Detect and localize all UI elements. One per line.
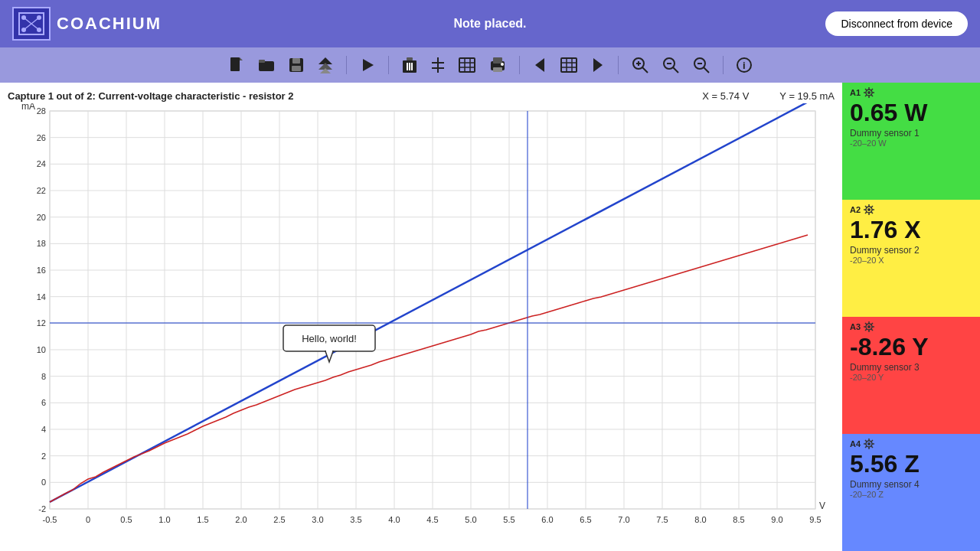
sensor-name-a1: Dummy sensor 1: [850, 128, 972, 139]
toolbar: i: [0, 47, 980, 83]
sensor-header-a4: A4: [850, 439, 972, 449]
svg-text:2.5: 2.5: [273, 515, 285, 524]
chart-svg[interactable]: 28 26 24 22 20 18 16 14 12 10 8 6 4 2 0 …: [8, 103, 835, 533]
svg-line-164: [865, 329, 867, 331]
table-icon[interactable]: [455, 54, 479, 76]
logo-area: COACHIUM: [12, 7, 162, 41]
svg-line-143: [871, 89, 873, 90]
svg-marker-35: [535, 58, 544, 72]
zoom-fit-icon[interactable]: [658, 54, 683, 77]
sensor-header-a3: A3: [850, 321, 972, 332]
toolbar-separator-2: [388, 56, 389, 74]
svg-rect-10: [259, 60, 265, 63]
svg-rect-36: [561, 58, 577, 72]
sensor-header-a2: A2: [850, 204, 972, 215]
play-icon[interactable]: [356, 54, 379, 76]
sensor-panel: A1 0.65 W Dummy: [842, 83, 980, 551]
svg-line-162: [871, 329, 873, 331]
svg-text:20: 20: [37, 213, 46, 222]
zoom-out-icon[interactable]: [689, 54, 714, 77]
svg-text:2: 2: [41, 452, 46, 461]
svg-text:5.5: 5.5: [503, 515, 514, 524]
sensor-name-a2: Dummy sensor 2: [850, 245, 972, 256]
header-status: Note placed.: [453, 17, 526, 31]
svg-line-144: [865, 95, 867, 96]
svg-line-151: [865, 206, 867, 207]
svg-text:0: 0: [41, 478, 46, 487]
zoom-in-icon[interactable]: [628, 54, 652, 77]
svg-marker-17: [363, 59, 374, 71]
sensor-id-a1: A1: [850, 88, 861, 97]
svg-marker-8: [240, 57, 243, 60]
svg-line-174: [865, 446, 867, 448]
delete-icon[interactable]: [398, 54, 421, 77]
toolbar-separator-4: [618, 56, 619, 74]
svg-text:22: 22: [37, 186, 46, 195]
sensor-value-a1: 0.65 W: [850, 99, 972, 126]
svg-point-136: [867, 91, 871, 94]
svg-text:4.0: 4.0: [388, 515, 400, 524]
logo-box: [12, 7, 51, 41]
svg-text:8: 8: [41, 372, 46, 381]
svg-text:24: 24: [37, 159, 46, 168]
sensor-gear-icon-a4[interactable]: [864, 439, 874, 449]
sensor-name-a3: Dummy sensor 3: [850, 362, 972, 373]
svg-rect-33: [493, 67, 502, 72]
save-icon[interactable]: [285, 54, 308, 76]
sensor-id-a2: A2: [850, 205, 861, 214]
export-icon[interactable]: [485, 54, 510, 77]
open-file-icon[interactable]: [254, 54, 279, 76]
svg-text:-2: -2: [38, 504, 46, 514]
svg-text:18: 18: [37, 239, 46, 248]
svg-text:8.0: 8.0: [694, 515, 706, 524]
svg-rect-19: [407, 57, 413, 60]
sensor-range-a2: -20–20 X: [850, 256, 972, 265]
sensor-gear-icon-a1[interactable]: [864, 87, 874, 98]
y-coord: Y = 19.5 mA: [779, 90, 835, 102]
svg-text:12: 12: [37, 318, 46, 328]
svg-line-171: [865, 440, 867, 442]
sensor-range-a1: -20–20 W: [850, 139, 972, 148]
sensor-name-a4: Dummy sensor 4: [850, 479, 972, 490]
sensor-range-a3: -20–20 Y: [850, 373, 972, 382]
drive-icon[interactable]: [314, 54, 337, 77]
svg-rect-32: [493, 57, 502, 64]
captures-grid-icon[interactable]: [557, 54, 581, 76]
new-file-icon[interactable]: [225, 54, 248, 77]
sensor-range-a4: -20–20 Z: [850, 490, 972, 499]
svg-text:6: 6: [41, 398, 46, 407]
svg-line-152: [871, 212, 873, 214]
svg-text:26: 26: [37, 133, 46, 142]
chart-area: Capture 1 out of 2: Current-voltage char…: [0, 83, 842, 551]
chart-coords: X = 5.74 V Y = 19.5 mA: [702, 90, 835, 102]
svg-point-146: [867, 208, 871, 211]
sensor-card-a4: A4 5.56 Z Dummy sensor 4 -20–20 Z: [842, 434, 980, 551]
svg-text:i: i: [743, 60, 746, 71]
sensor-id-a3: A3: [850, 322, 861, 331]
info-icon[interactable]: i: [733, 54, 756, 77]
svg-text:3.5: 3.5: [350, 515, 361, 524]
sensor-value-a2: 1.76 X: [850, 217, 972, 243]
toolbar-separator-5: [723, 56, 724, 74]
svg-text:3.0: 3.0: [312, 515, 323, 524]
next-capture-icon[interactable]: [587, 54, 609, 76]
sensor-card-a3: A3 -8.26 Y Dummy sensor 3 -20–20 Y: [842, 317, 980, 434]
cut-icon[interactable]: [427, 54, 449, 77]
svg-line-173: [871, 440, 873, 442]
sensor-card-a2: A2 1.76 X Dummy sensor 2 -20–20 X: [842, 200, 980, 317]
svg-text:0: 0: [86, 515, 90, 524]
svg-rect-13: [292, 66, 301, 71]
svg-point-156: [867, 325, 871, 328]
toolbar-separator-1: [346, 56, 347, 74]
sensor-gear-icon-a2[interactable]: [864, 204, 874, 215]
prev-capture-icon[interactable]: [529, 54, 550, 76]
svg-line-141: [865, 89, 867, 90]
svg-text:1.0: 1.0: [158, 515, 170, 524]
header: COACHIUM Note placed. Disconnect from de…: [0, 0, 980, 47]
svg-text:7.5: 7.5: [656, 515, 668, 524]
sensor-gear-icon-a3[interactable]: [864, 321, 874, 332]
svg-line-153: [871, 206, 873, 207]
svg-text:7.0: 7.0: [618, 515, 629, 524]
svg-text:10: 10: [37, 345, 46, 354]
disconnect-button[interactable]: Disconnect from device: [825, 11, 968, 36]
